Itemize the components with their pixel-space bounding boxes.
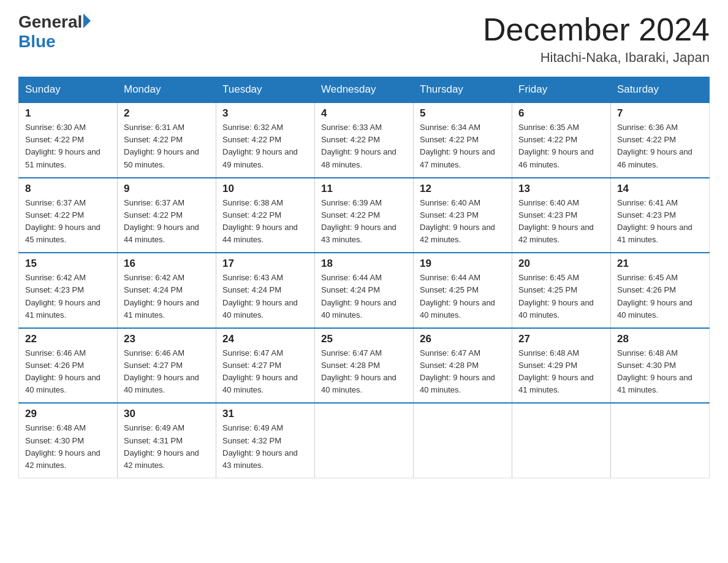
day-number: 20 xyxy=(518,258,604,270)
day-number: 12 xyxy=(420,183,506,195)
header-saturday: Saturday xyxy=(611,77,710,103)
table-row: 17 Sunrise: 6:43 AMSunset: 4:24 PMDaylig… xyxy=(216,253,315,328)
day-number: 4 xyxy=(321,107,407,120)
day-number: 25 xyxy=(321,333,407,345)
day-info: Sunrise: 6:40 AMSunset: 4:23 PMDaylight:… xyxy=(420,198,495,244)
calendar-month-year: December 2024 xyxy=(483,12,710,47)
table-row: 28 Sunrise: 6:48 AMSunset: 4:30 PMDaylig… xyxy=(611,328,710,404)
day-info: Sunrise: 6:42 AMSunset: 4:23 PMDaylight:… xyxy=(25,273,100,319)
header-monday: Monday xyxy=(118,77,216,103)
calendar-header-row: Sunday Monday Tuesday Wednesday Thursday… xyxy=(19,77,710,103)
table-row: 30 Sunrise: 6:49 AMSunset: 4:31 PMDaylig… xyxy=(118,403,216,478)
calendar-week-row: 22 Sunrise: 6:46 AMSunset: 4:26 PMDaylig… xyxy=(19,328,710,404)
day-info: Sunrise: 6:46 AMSunset: 4:27 PMDaylight:… xyxy=(124,348,199,394)
day-info: Sunrise: 6:39 AMSunset: 4:22 PMDaylight:… xyxy=(321,198,396,244)
day-info: Sunrise: 6:31 AMSunset: 4:22 PMDaylight:… xyxy=(124,123,199,169)
day-info: Sunrise: 6:43 AMSunset: 4:24 PMDaylight:… xyxy=(222,273,298,319)
table-row: 7 Sunrise: 6:36 AMSunset: 4:22 PMDayligh… xyxy=(611,102,710,178)
day-info: Sunrise: 6:47 AMSunset: 4:28 PMDaylight:… xyxy=(420,348,495,394)
table-row: 13 Sunrise: 6:40 AMSunset: 4:23 PMDaylig… xyxy=(512,178,611,253)
day-number: 3 xyxy=(222,107,308,120)
logo-blue-text: Blue xyxy=(18,32,56,52)
logo-general-text: General xyxy=(18,12,82,32)
day-number: 7 xyxy=(617,107,703,120)
day-number: 15 xyxy=(25,258,111,270)
table-row: 24 Sunrise: 6:47 AMSunset: 4:27 PMDaylig… xyxy=(216,328,315,404)
day-info: Sunrise: 6:45 AMSunset: 4:26 PMDaylight:… xyxy=(617,273,692,319)
table-row: 12 Sunrise: 6:40 AMSunset: 4:23 PMDaylig… xyxy=(414,178,512,253)
table-row: 19 Sunrise: 6:44 AMSunset: 4:25 PMDaylig… xyxy=(414,253,512,328)
day-number: 23 xyxy=(124,333,210,345)
table-row: 29 Sunrise: 6:48 AMSunset: 4:30 PMDaylig… xyxy=(19,403,118,478)
day-info: Sunrise: 6:45 AMSunset: 4:25 PMDaylight:… xyxy=(518,273,594,319)
table-row: 4 Sunrise: 6:33 AMSunset: 4:22 PMDayligh… xyxy=(315,102,414,178)
day-info: Sunrise: 6:41 AMSunset: 4:23 PMDaylight:… xyxy=(617,198,692,244)
day-number: 6 xyxy=(518,107,604,120)
day-info: Sunrise: 6:44 AMSunset: 4:25 PMDaylight:… xyxy=(420,273,495,319)
header-wednesday: Wednesday xyxy=(315,77,414,103)
day-info: Sunrise: 6:44 AMSunset: 4:24 PMDaylight:… xyxy=(321,273,396,319)
logo-triangle-icon xyxy=(83,13,91,28)
day-info: Sunrise: 6:48 AMSunset: 4:30 PMDaylight:… xyxy=(617,348,692,394)
day-info: Sunrise: 6:36 AMSunset: 4:22 PMDaylight:… xyxy=(617,123,692,169)
header-tuesday: Tuesday xyxy=(216,77,315,103)
table-row xyxy=(414,403,512,478)
table-row: 9 Sunrise: 6:37 AMSunset: 4:22 PMDayligh… xyxy=(118,178,216,253)
header-sunday: Sunday xyxy=(19,77,118,103)
day-number: 10 xyxy=(222,183,308,195)
page-header: General Blue December 2024 Hitachi-Naka,… xyxy=(18,12,710,66)
table-row: 6 Sunrise: 6:35 AMSunset: 4:22 PMDayligh… xyxy=(512,102,611,178)
day-number: 27 xyxy=(518,333,604,345)
day-info: Sunrise: 6:49 AMSunset: 4:32 PMDaylight:… xyxy=(222,423,298,469)
day-info: Sunrise: 6:49 AMSunset: 4:31 PMDaylight:… xyxy=(124,423,199,469)
day-number: 19 xyxy=(420,258,506,270)
table-row xyxy=(611,403,710,478)
day-number: 30 xyxy=(124,408,210,420)
day-number: 13 xyxy=(518,183,604,195)
day-number: 17 xyxy=(222,258,308,270)
table-row: 18 Sunrise: 6:44 AMSunset: 4:24 PMDaylig… xyxy=(315,253,414,328)
day-info: Sunrise: 6:37 AMSunset: 4:22 PMDaylight:… xyxy=(124,198,199,244)
day-number: 31 xyxy=(222,408,308,420)
table-row: 26 Sunrise: 6:47 AMSunset: 4:28 PMDaylig… xyxy=(414,328,512,404)
day-number: 14 xyxy=(617,183,703,195)
day-number: 26 xyxy=(420,333,506,345)
day-info: Sunrise: 6:37 AMSunset: 4:22 PMDaylight:… xyxy=(25,198,100,244)
calendar-week-row: 1 Sunrise: 6:30 AMSunset: 4:22 PMDayligh… xyxy=(19,102,710,178)
day-number: 11 xyxy=(321,183,407,195)
day-number: 2 xyxy=(124,107,210,120)
calendar-table: Sunday Monday Tuesday Wednesday Thursday… xyxy=(18,77,710,478)
day-info: Sunrise: 6:34 AMSunset: 4:22 PMDaylight:… xyxy=(420,123,495,169)
day-number: 22 xyxy=(25,333,111,345)
day-info: Sunrise: 6:30 AMSunset: 4:22 PMDaylight:… xyxy=(25,123,100,169)
day-number: 9 xyxy=(124,183,210,195)
table-row: 1 Sunrise: 6:30 AMSunset: 4:22 PMDayligh… xyxy=(19,102,118,178)
table-row: 2 Sunrise: 6:31 AMSunset: 4:22 PMDayligh… xyxy=(118,102,216,178)
day-number: 24 xyxy=(222,333,308,345)
day-info: Sunrise: 6:48 AMSunset: 4:30 PMDaylight:… xyxy=(25,423,100,469)
logo: General Blue xyxy=(18,12,91,52)
table-row: 22 Sunrise: 6:46 AMSunset: 4:26 PMDaylig… xyxy=(19,328,118,404)
day-info: Sunrise: 6:33 AMSunset: 4:22 PMDaylight:… xyxy=(321,123,396,169)
table-row: 21 Sunrise: 6:45 AMSunset: 4:26 PMDaylig… xyxy=(611,253,710,328)
table-row: 20 Sunrise: 6:45 AMSunset: 4:25 PMDaylig… xyxy=(512,253,611,328)
day-number: 16 xyxy=(124,258,210,270)
day-number: 21 xyxy=(617,258,703,270)
table-row: 11 Sunrise: 6:39 AMSunset: 4:22 PMDaylig… xyxy=(315,178,414,253)
header-friday: Friday xyxy=(512,77,611,103)
day-number: 28 xyxy=(617,333,703,345)
calendar-title-block: December 2024 Hitachi-Naka, Ibaraki, Jap… xyxy=(483,12,710,66)
table-row: 10 Sunrise: 6:38 AMSunset: 4:22 PMDaylig… xyxy=(216,178,315,253)
table-row: 16 Sunrise: 6:42 AMSunset: 4:24 PMDaylig… xyxy=(118,253,216,328)
header-thursday: Thursday xyxy=(414,77,512,103)
day-number: 8 xyxy=(25,183,111,195)
day-info: Sunrise: 6:38 AMSunset: 4:22 PMDaylight:… xyxy=(222,198,298,244)
table-row: 31 Sunrise: 6:49 AMSunset: 4:32 PMDaylig… xyxy=(216,403,315,478)
day-info: Sunrise: 6:40 AMSunset: 4:23 PMDaylight:… xyxy=(518,198,594,244)
calendar-week-row: 8 Sunrise: 6:37 AMSunset: 4:22 PMDayligh… xyxy=(19,178,710,253)
table-row: 23 Sunrise: 6:46 AMSunset: 4:27 PMDaylig… xyxy=(118,328,216,404)
day-info: Sunrise: 6:47 AMSunset: 4:28 PMDaylight:… xyxy=(321,348,396,394)
table-row xyxy=(512,403,611,478)
day-info: Sunrise: 6:32 AMSunset: 4:22 PMDaylight:… xyxy=(222,123,298,169)
table-row: 14 Sunrise: 6:41 AMSunset: 4:23 PMDaylig… xyxy=(611,178,710,253)
